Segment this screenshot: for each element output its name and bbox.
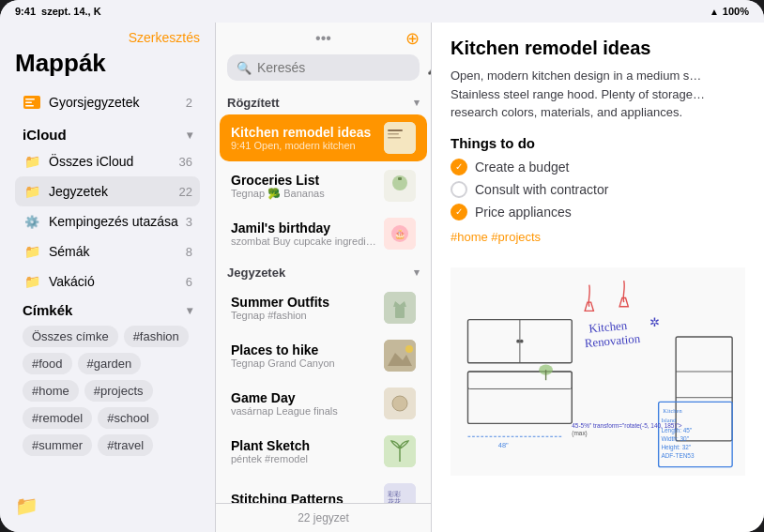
todo-item-1[interactable]: Consult with contractor [451,181,745,198]
more-options-button[interactable]: ⊕ [405,28,420,49]
notes-panel: ••• ⊕ 🔍 🎤 Rögzített ▾ Kitchen remod [216,23,432,532]
note-subtitle-groceries: Tegnap 🥦 Bananas [231,188,376,200]
note-thumb-gameday [384,388,416,419]
note-title-groceries: Groceries List [231,173,376,188]
svg-text:Kitchen: Kitchen [663,407,682,414]
note-title-kitchen: Kitchen remodel ideas [231,125,376,140]
note-item-groceries[interactable]: Groceries List Tegnap 🥦 Bananas [220,162,427,209]
tag-garden[interactable]: #garden [78,353,142,374]
tag-home[interactable]: #home [23,380,79,402]
tag-remodel[interactable]: #remodel [23,407,92,429]
todo-text-2: Price appliances [475,205,572,220]
folder-item-quicknotes[interactable]: Gyorsjegyzetek 2 [15,87,200,117]
date: szept. 14., K [41,6,101,17]
svg-rect-5 [388,129,403,131]
note-title-stitching: Stitching Patterns [231,492,376,503]
svg-text:Width: 30": Width: 30" [661,434,689,441]
notes-section-header: Jegyzetek ▾ [216,258,431,283]
note-detail-title: Kitchen remodel ideas [451,38,745,59]
search-input[interactable] [257,60,421,75]
note-text-kitchen: Kitchen remodel ideas 9:41 Open, modern … [231,125,376,151]
svg-point-17 [405,345,413,353]
todo-item-0[interactable]: ✓ Create a budget [451,159,745,175]
tags-chevron: ▾ [187,304,192,317]
camping-name: Kempingezés utazása [49,214,186,229]
icloud-label: iCloud [23,127,67,143]
note-title-gameday: Game Day [231,390,376,405]
sketch-area: Kitchen Renovation ✲ Kitchen Island Leng… [451,259,745,484]
folder-item-schemas[interactable]: 📁 Sémák 8 [15,236,200,266]
pinned-chevron: ▾ [414,97,420,109]
three-dots-icon[interactable]: ••• [315,30,331,47]
folder-vacation-icon: 📁 [23,272,41,291]
svg-rect-3 [25,105,34,107]
todo-check-2[interactable]: ✓ [451,204,467,220]
notes-folder-name: Jegyzetek [49,184,179,199]
note-subtitle-gameday: vasárnap League finals [231,405,376,417]
notes-panel-top: ••• ⊕ [227,30,420,47]
note-item-outfits[interactable]: Summer Outfits Tegnap #fashion [220,284,427,331]
edit-button[interactable]: Szerkesztés [15,30,200,45]
folder-item-allicloud[interactable]: 📁 Összes iCloud 36 [15,146,200,176]
note-item-plant[interactable]: Plant Sketch péntek #remodel [220,428,427,475]
todo-item-2[interactable]: ✓ Price appliances [451,204,745,220]
wifi-icon: ▲ [710,7,719,17]
note-item-stitching[interactable]: Stitching Patterns 彩彩 花花 纹纹 [220,476,427,503]
note-text-hike: Places to hike Tegnap Grand Canyon [231,342,376,369]
schemas-count: 8 [186,245,192,259]
svg-rect-16 [384,340,416,372]
folder-notes-icon: 📁 [23,182,41,201]
svg-point-30 [516,339,520,342]
tag-school[interactable]: #school [98,407,159,429]
note-text-gameday: Game Day vasárnap League finals [231,390,376,417]
note-item-gameday[interactable]: Game Day vasárnap League finals [220,380,427,427]
note-item-kitchen[interactable]: Kitchen remodel ideas 9:41 Open, modern … [220,114,427,161]
ipad-frame: 9:41 szept. 14., K ▲ 100% Szerkesztés Ma… [0,0,764,532]
svg-rect-2 [25,102,32,104]
tag-travel[interactable]: #travel [98,434,153,456]
folder-item-notes[interactable]: 📁 Jegyzetek 22 [15,176,200,206]
tag-fashion[interactable]: #fashion [124,326,189,347]
note-item-birthday[interactable]: Jamil's birthday szombat Buy cupcake ing… [220,210,427,257]
icloud-section-header: iCloud ▾ [23,127,192,143]
svg-text:ADF-TEN53: ADF-TEN53 [661,452,695,459]
vacation-name: Vakáció [49,274,186,289]
icloud-chevron: ▾ [187,129,192,142]
tag-food[interactable]: #food [23,353,72,374]
note-text-stitching: Stitching Patterns [231,492,376,503]
note-text-outfits: Summer Outfits Tegnap #fashion [231,295,376,321]
notes-folder-count: 22 [179,185,192,199]
svg-text:✲: ✲ [649,314,660,328]
svg-text:45-5%" transform="rotate(-5, 1: 45-5%" transform="rotate(-5, 140, 185)"> [572,422,682,430]
todo-check-1[interactable] [451,181,467,198]
todo-text-0: Create a budget [475,160,569,175]
note-detail-tags: #home #projects [451,230,745,244]
notes-count: 22 jegyzet [298,511,349,524]
todo-check-0[interactable]: ✓ [451,159,467,175]
svg-text:Height: 32": Height: 32" [661,444,691,451]
tags-section-header: Címkék ▾ [23,302,192,318]
main-area: Szerkesztés Mappák Gyorsjegyzetek 2 iClo… [0,23,764,532]
note-text-groceries: Groceries List Tegnap 🥦 Bananas [231,173,376,200]
folder-item-vacation[interactable]: 📁 Vakáció 6 [15,266,200,296]
tag-projects[interactable]: #projects [84,380,153,402]
status-bar: 9:41 szept. 14., K ▲ 100% [0,0,764,23]
new-folder-button[interactable]: 📁 [15,494,38,517]
tag-summer[interactable]: #summer [23,434,92,456]
note-detail-body: Open, modern kitchen design in a medium … [451,67,745,122]
vacation-count: 6 [186,275,192,289]
note-text-birthday: Jamil's birthday szombat Buy cupcake ing… [231,220,376,247]
note-thumb-birthday: 🎂 [384,218,416,250]
notes-chevron: ▾ [414,266,420,279]
pinned-label: Rögzített [227,96,280,110]
search-bar[interactable]: 🔍 🎤 [227,54,420,81]
search-icon: 🔍 [237,61,252,75]
svg-rect-1 [25,99,35,100]
schemas-name: Sémák [49,244,186,259]
note-item-hike[interactable]: Places to hike Tegnap Grand Canyon [220,332,427,379]
note-detail-panel: Kitchen remodel ideas Open, modern kitch… [432,23,764,532]
tag-all[interactable]: Összes címke [23,326,118,347]
folder-item-camping[interactable]: ⚙️ Kempingezés utazása 3 [15,206,200,236]
note-title-hike: Places to hike [231,342,376,357]
quicknotes-count: 2 [186,96,192,110]
